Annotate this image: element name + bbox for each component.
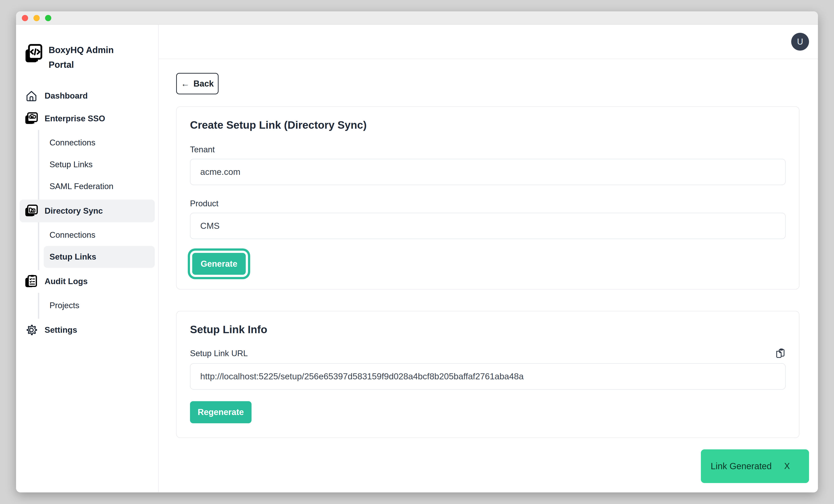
avatar-initial: U (797, 37, 803, 47)
copy-icon (775, 356, 786, 359)
setup-link-url-label: Setup Link URL (190, 349, 248, 358)
main-content: ← Back Create Setup Link (Directory Sync… (159, 59, 818, 438)
sidebar-item-directory-sync[interactable]: Directory Sync (20, 200, 155, 222)
close-window-icon[interactable] (22, 15, 28, 21)
enterprise-sso-sublist: Connections Setup Links SAML Federation (38, 130, 158, 200)
minimize-window-icon[interactable] (34, 15, 40, 21)
sidebar-item-projects[interactable]: Projects (39, 294, 155, 316)
back-button[interactable]: ← Back (176, 73, 219, 94)
home-icon (24, 89, 39, 103)
regenerate-button[interactable]: Regenerate (190, 401, 251, 423)
audit-logs-clipboard-icon (24, 274, 39, 289)
copy-to-clipboard-button[interactable] (775, 348, 786, 359)
sidebar-item-label: Enterprise SSO (45, 114, 105, 123)
sidebar-item-label: Projects (49, 301, 80, 310)
toast-close-button[interactable]: X (784, 461, 790, 471)
top-header: U (159, 25, 818, 59)
sidebar-item-audit-logs[interactable]: Audit Logs (16, 270, 158, 293)
setup-link-url-input[interactable] (190, 363, 786, 390)
toast-message: Link Generated (711, 461, 772, 471)
card-title: Setup Link Info (190, 323, 786, 336)
sidebar-item-settings[interactable]: Settings (16, 319, 158, 342)
sso-cloud-icon (24, 111, 39, 126)
app-title: BoxyHQ Admin Portal (49, 43, 129, 72)
link-generated-toast: Link Generated X (701, 450, 809, 483)
product-input[interactable] (190, 213, 786, 239)
zoom-window-icon[interactable] (45, 15, 51, 21)
product-label: Product (190, 199, 786, 208)
sidebar-item-dsync-setup-links[interactable]: Setup Links (44, 246, 155, 268)
sidebar-item-label: Dashboard (45, 91, 88, 101)
sidebar-item-saml-federation[interactable]: SAML Federation (39, 176, 155, 197)
create-setup-link-card: Create Setup Link (Directory Sync) Tenan… (176, 106, 799, 289)
directory-sync-sublist: Connections Setup Links (38, 222, 158, 270)
sidebar-item-label: Setup Links (49, 160, 92, 169)
gear-icon (24, 323, 39, 337)
sidebar-item-sso-connections[interactable]: Connections (39, 132, 155, 154)
sidebar-item-label: Audit Logs (45, 277, 88, 286)
sidebar-item-label: Settings (45, 325, 77, 335)
user-avatar[interactable]: U (791, 33, 809, 51)
sidebar-item-label: Connections (49, 231, 95, 240)
back-arrow-icon: ← (181, 79, 190, 89)
sidebar: BoxyHQ Admin Portal Dashboard (16, 25, 159, 492)
directory-sync-folder-icon (24, 204, 39, 218)
setup-link-info-card: Setup Link Info Setup Link URL (176, 311, 799, 438)
audit-logs-sublist: Projects (38, 293, 158, 319)
sidebar-item-dsync-connections[interactable]: Connections (39, 224, 155, 246)
card-title: Create Setup Link (Directory Sync) (190, 119, 786, 131)
sidebar-nav: Dashboard Enterprise SSO (16, 85, 158, 342)
sidebar-item-label: SAML Federation (49, 182, 113, 191)
generate-button[interactable]: Generate (192, 253, 246, 275)
sidebar-item-dashboard[interactable]: Dashboard (16, 85, 158, 107)
window-titlebar (16, 12, 818, 25)
brand[interactable]: BoxyHQ Admin Portal (16, 43, 158, 72)
app-window: BoxyHQ Admin Portal Dashboard (16, 12, 818, 492)
sidebar-item-enterprise-sso[interactable]: Enterprise SSO (16, 107, 158, 130)
tenant-input[interactable] (190, 159, 786, 185)
back-button-label: Back (194, 79, 214, 89)
boxyhq-logo-icon (24, 44, 42, 64)
sidebar-item-sso-setup-links[interactable]: Setup Links (39, 154, 155, 176)
sidebar-item-label: Directory Sync (45, 206, 103, 216)
sidebar-item-label: Connections (49, 138, 95, 147)
sidebar-item-label: Setup Links (49, 252, 96, 262)
tenant-label: Tenant (190, 145, 786, 154)
